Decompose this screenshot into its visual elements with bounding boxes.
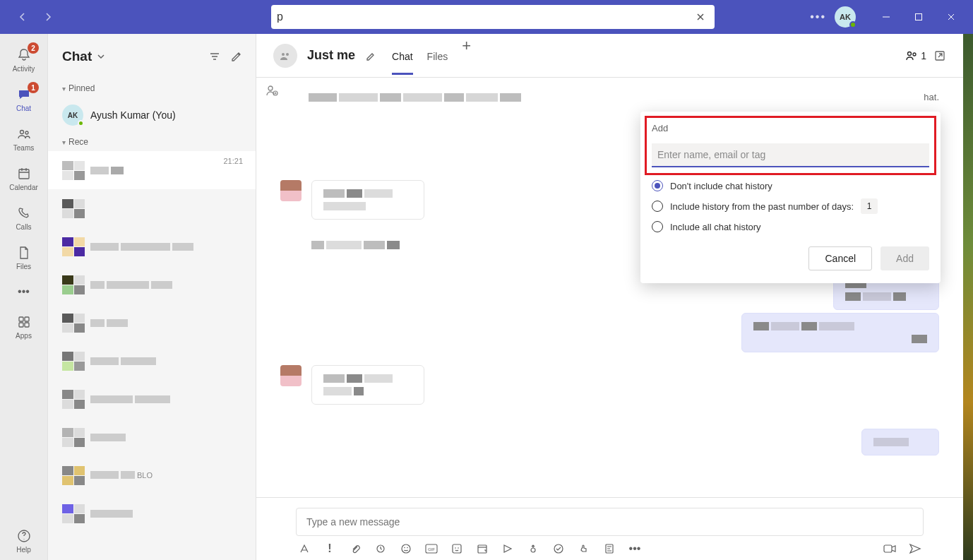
radio-icon (652, 180, 663, 191)
add-people-inline-icon[interactable] (265, 83, 279, 97)
rail-files[interactable]: Files (0, 237, 47, 277)
recent-chat-item[interactable]: BLO (48, 456, 256, 494)
recent-chat-item[interactable] (48, 494, 256, 532)
message-avatar (280, 365, 302, 386)
recent-chat-list: 21:21 (48, 151, 256, 560)
rail-calendar[interactable]: Calendar (0, 158, 47, 198)
pinned-chat-item[interactable]: AK Ayush Kumar (You) (48, 97, 256, 133)
settings-menu-button[interactable]: ••• (810, 11, 826, 23)
important-icon[interactable]: ! (323, 542, 337, 556)
redacted-avatar (62, 504, 85, 523)
loop-icon[interactable] (374, 542, 388, 556)
sticker-icon[interactable] (450, 542, 464, 556)
tab-files[interactable]: Files (427, 37, 448, 75)
teams-icon (17, 126, 31, 143)
recent-chat-item[interactable] (48, 380, 256, 418)
close-button[interactable] (935, 6, 967, 28)
add-button: Add (881, 246, 929, 270)
recent-section[interactable]: ▾ Rece (48, 133, 256, 151)
history-options: Don't include chat history Include histo… (652, 180, 929, 232)
rail-label: Help (16, 546, 31, 554)
compose-box[interactable] (296, 508, 924, 536)
edit-name-button[interactable] (365, 50, 376, 61)
chat-list-actions (209, 51, 241, 62)
search-box[interactable] (271, 5, 715, 29)
calendar-icon (17, 165, 31, 182)
redacted-avatar (62, 352, 85, 371)
message-bubble (741, 313, 939, 352)
popover-buttons: Cancel Add (652, 246, 929, 270)
redacted-text (90, 510, 241, 518)
add-people-input[interactable] (652, 143, 929, 167)
stream-icon[interactable] (501, 542, 515, 556)
rail-apps[interactable]: Apps (0, 306, 47, 346)
approval-icon[interactable] (551, 542, 566, 556)
maximize-button[interactable] (902, 6, 935, 28)
history-option-none[interactable]: Don't include chat history (652, 180, 929, 191)
message-bubble (861, 429, 939, 455)
redacted-text (90, 281, 241, 289)
titlebar: ••• AK (0, 0, 973, 34)
search-input[interactable] (277, 11, 692, 23)
cancel-button[interactable]: Cancel (808, 246, 872, 270)
app-rail: 2 Activity 1 Chat Teams Calendar (0, 34, 48, 560)
rail-chat[interactable]: 1 Chat (0, 79, 47, 119)
viva-icon[interactable] (526, 542, 540, 556)
people-icon (905, 49, 918, 62)
days-input[interactable]: 1 (861, 198, 878, 214)
rail-activity[interactable]: 2 Activity (0, 40, 47, 79)
conversation-avatar (273, 44, 297, 68)
svg-point-1 (20, 130, 23, 133)
more-icon[interactable]: ••• (628, 542, 642, 556)
recent-chat-item[interactable] (48, 342, 256, 380)
chat-list-header: Chat (48, 34, 256, 79)
redacted-text (90, 357, 241, 365)
gif-icon[interactable]: GIF (424, 542, 438, 556)
message-avatar (280, 180, 302, 201)
user-avatar[interactable]: AK (835, 6, 856, 28)
recent-chat-item[interactable] (48, 418, 256, 456)
rail-more-button[interactable]: ••• (18, 277, 30, 306)
video-clip-icon[interactable] (883, 542, 897, 556)
recent-chat-item[interactable] (48, 189, 256, 227)
caret-down-icon: ▾ (62, 138, 66, 146)
compose-input[interactable] (306, 516, 913, 528)
chevron-down-icon[interactable] (96, 52, 106, 61)
recent-chat-item[interactable]: 21:21 (48, 151, 256, 189)
send-icon[interactable] (908, 542, 922, 556)
svg-rect-5 (25, 317, 29, 321)
praise-icon[interactable] (577, 542, 591, 556)
svg-rect-4 (19, 317, 23, 321)
back-button[interactable] (11, 6, 34, 28)
participants-button[interactable]: 1 (905, 49, 926, 62)
popout-button[interactable] (933, 49, 946, 62)
attach-icon[interactable] (348, 542, 362, 556)
pinned-section[interactable]: ▾ Pinned (48, 79, 256, 97)
format-icon[interactable] (297, 542, 311, 556)
rail-calls[interactable]: Calls (0, 198, 47, 237)
svg-rect-7 (25, 323, 29, 327)
filter-button[interactable] (209, 51, 220, 62)
forward-button[interactable] (37, 6, 59, 28)
recent-chat-item[interactable] (48, 227, 256, 266)
history-option-days[interactable]: Include history from the past number of … (652, 198, 929, 214)
desktop-wallpaper-sliver (963, 34, 973, 560)
minimize-button[interactable] (870, 6, 902, 28)
redacted-avatar (62, 466, 85, 485)
schedule-icon[interactable] (475, 542, 489, 556)
history-option-all[interactable]: Include all chat history (652, 221, 929, 232)
svg-point-27 (554, 544, 563, 553)
new-chat-button[interactable] (230, 51, 241, 62)
rail-teams[interactable]: Teams (0, 119, 47, 158)
tab-chat[interactable]: Chat (392, 37, 413, 75)
help-icon (17, 528, 31, 544)
recent-chat-item[interactable] (48, 266, 256, 304)
rail-label: Files (16, 263, 31, 270)
rail-help[interactable]: Help (0, 520, 47, 560)
recent-chat-item[interactable] (48, 304, 256, 342)
emoji-icon[interactable] (399, 542, 413, 556)
rail-label: Calendar (9, 184, 38, 191)
search-clear-button[interactable] (692, 8, 709, 25)
polls-icon[interactable] (602, 542, 616, 556)
add-tab-button[interactable]: + (462, 37, 471, 75)
